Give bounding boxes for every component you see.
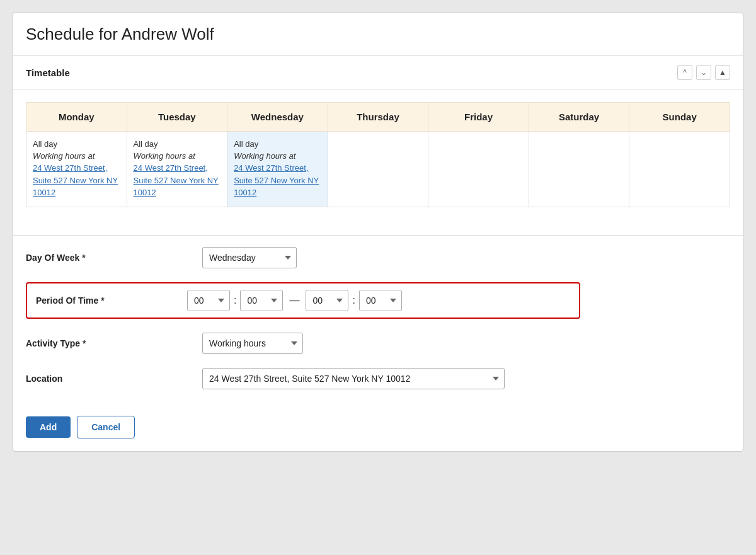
day-of-week-row: Day Of Week * Monday Tuesday Wednesday T… (26, 247, 730, 268)
time-to-hour-select[interactable]: 00 010203 040506 070809 101112 131415 16… (306, 290, 348, 311)
cell-monday: All day Working hours at 24 West 27th St… (26, 132, 127, 207)
page-title: Schedule for Andrew Wolf (26, 25, 730, 44)
col-saturday: Saturday (529, 103, 629, 132)
wednesday-line1: All day (234, 139, 321, 149)
add-button[interactable]: Add (26, 416, 71, 438)
activity-type-row: Activity Type * Working hours Off duty B… (26, 333, 730, 354)
activity-type-select[interactable]: Working hours Off duty Break (202, 333, 303, 354)
wednesday-line2: Working hours at (234, 151, 321, 161)
tuesday-line2: Working hours at (134, 151, 221, 161)
cancel-button[interactable]: Cancel (77, 416, 135, 438)
location-control: 24 West 27th Street, Suite 527 New York … (202, 368, 505, 389)
cell-wednesday: All day Working hours at 24 West 27th St… (227, 132, 328, 207)
collapse-up-button[interactable]: ^ (677, 65, 692, 80)
period-required-marker: * (101, 295, 104, 306)
cell-sunday (629, 132, 730, 207)
col-wednesday: Wednesday (227, 103, 328, 132)
activity-required-marker: * (83, 338, 86, 348)
colon-2: : (352, 295, 355, 306)
time-from-hour-select[interactable]: 00 010203 040506 070809 101112 131415 16… (187, 290, 230, 311)
day-of-week-label: Day Of Week * (26, 253, 202, 263)
time-to-min-select[interactable]: 00 051015 202530 354045 5055 (359, 290, 402, 311)
expand-button[interactable]: ▲ (715, 65, 730, 80)
col-friday: Friday (428, 103, 529, 132)
section-controls: ^ ⌄ ▲ (677, 65, 730, 80)
tuesday-link[interactable]: 24 West 27th Street, Suite 527 New York … (134, 163, 219, 197)
required-marker: * (82, 253, 85, 263)
monday-line2: Working hours at (33, 151, 120, 161)
activity-type-label: Activity Type * (26, 338, 202, 348)
location-select[interactable]: 24 West 27th Street, Suite 527 New York … (202, 368, 505, 389)
monday-line1: All day (33, 139, 120, 149)
divider (13, 235, 743, 236)
section-title: Timetable (26, 67, 70, 78)
col-thursday: Thursday (328, 103, 428, 132)
col-sunday: Sunday (629, 103, 730, 132)
col-monday: Monday (26, 103, 127, 132)
section-header: Timetable ^ ⌄ ▲ (13, 56, 743, 89)
form-section: Day Of Week * Monday Tuesday Wednesday T… (13, 247, 743, 416)
location-row: Location 24 West 27th Street, Suite 527 … (26, 368, 730, 389)
timetable: Monday Tuesday Wednesday Thursday Friday… (26, 102, 730, 207)
cell-friday (428, 132, 529, 207)
main-container: Schedule for Andrew Wolf Timetable ^ ⌄ ▲… (13, 13, 743, 452)
timetable-section: Monday Tuesday Wednesday Thursday Friday… (13, 89, 743, 235)
day-of-week-control: Monday Tuesday Wednesday Thursday Friday… (202, 247, 297, 268)
table-row: All day Working hours at 24 West 27th St… (26, 132, 730, 207)
cell-saturday (529, 132, 629, 207)
col-tuesday: Tuesday (127, 103, 227, 132)
collapse-down-button[interactable]: ⌄ (696, 65, 711, 80)
time-dash: — (287, 295, 302, 306)
wednesday-link[interactable]: 24 West 27th Street, Suite 527 New York … (234, 163, 319, 197)
monday-link[interactable]: 24 West 27th Street, Suite 527 New York … (33, 163, 118, 197)
time-from-min-select[interactable]: 00 051015 202530 354045 5055 (240, 290, 283, 311)
location-label: Location (26, 374, 202, 384)
page-title-bar: Schedule for Andrew Wolf (13, 13, 743, 56)
colon-1: : (234, 295, 236, 306)
buttons-row: Add Cancel (13, 416, 743, 451)
tuesday-line1: All day (134, 139, 221, 149)
cell-tuesday: All day Working hours at 24 West 27th St… (127, 132, 227, 207)
cell-thursday (328, 132, 428, 207)
period-controls: 00 010203 040506 070809 101112 131415 16… (187, 290, 402, 311)
day-of-week-select[interactable]: Monday Tuesday Wednesday Thursday Friday… (202, 247, 297, 268)
activity-control: Working hours Off duty Break (202, 333, 303, 354)
period-of-time-row: Period Of Time * 00 010203 040506 070809… (26, 282, 580, 319)
period-of-time-label: Period Of Time * (36, 295, 187, 306)
